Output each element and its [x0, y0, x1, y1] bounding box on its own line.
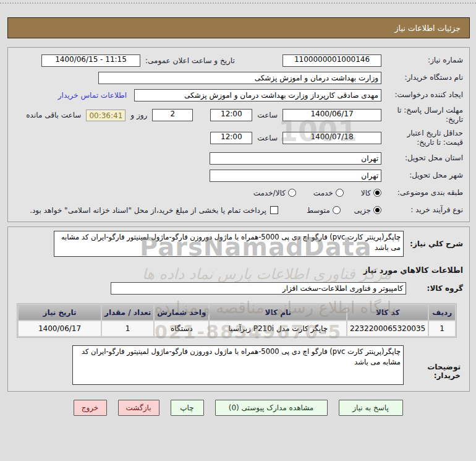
goods-table: ردیف کد کالا نام کالا واحد شمارش تعداد /…	[17, 303, 457, 338]
row-process-type: نوع فرآیند خرید : جزیی متوسط پرداخت تمام…	[14, 204, 463, 217]
deadline-days-label: روز و	[130, 111, 147, 119]
goods-table-row: 1 2232200065320035 چاپگر کارت مدل P210i …	[19, 321, 455, 336]
validity-time-input[interactable]: 12:00	[210, 132, 252, 144]
city-input[interactable]: تهران	[210, 170, 381, 182]
col-header-date: تاریخ نیاز	[19, 305, 101, 320]
radio-minor[interactable]: جزیی	[354, 206, 381, 215]
exit-button[interactable]: خروج	[74, 400, 107, 416]
radio-goods-service[interactable]: کالا/خدمت	[253, 189, 296, 197]
need-number-input[interactable]: 1100000001000146	[283, 54, 381, 67]
treasury-label: پرداخت تمام یا بخشی از مبلغ خرید،از محل …	[30, 206, 266, 215]
validity-hour-label: ساعت	[257, 134, 278, 142]
row-creator: ایجاد کننده درخواست: مهدی صادقی کارپرداز…	[14, 88, 463, 101]
radio-goods-service-icon[interactable]	[288, 189, 296, 197]
row-goods-group: گروه کالا: کامپیوتر و فناوری اطلاعات-سخت…	[12, 282, 465, 295]
radio-service-icon[interactable]	[336, 189, 344, 197]
row-description: شرح کلي نیاز: چاپگر(پرینتر کارت pvc) فار…	[12, 231, 465, 257]
buyer-org-input[interactable]: وزارت بهداشت درمان و اموزش پزشکی	[98, 72, 381, 84]
deadline-label: مهلت ارسال پاسخ: تا تاریخ:	[381, 106, 463, 124]
print-button[interactable]: چاپ	[171, 400, 204, 416]
row-city: شهر محل تحویل: تهران	[14, 169, 463, 182]
radio-medium-label: متوسط	[307, 206, 330, 215]
validity-date-input[interactable]: 1400/07/18	[283, 132, 381, 144]
process-type-label: نوع فرآیند خرید :	[381, 205, 463, 215]
countdown-label: ساعت باقی مانده	[26, 111, 81, 119]
goods-group-input[interactable]: کامپیوتر و فناوری اطلاعات-سخت افزار	[111, 282, 406, 295]
col-header-unit: واحد شمارش	[155, 305, 208, 320]
deadline-time-input[interactable]: 12:00	[210, 109, 252, 121]
radio-goods-label: کالا	[361, 189, 371, 197]
row-classification: طبقه بندی موضوعی: کالا خدمت کالا/خدمت	[14, 186, 463, 199]
description-box[interactable]: چاپگر(پرینتر کارت pvc) فارگو اچ دی پی 50…	[54, 231, 404, 257]
validity-label: حداقل تاریخ اعتبار قیمت: تا تاریخ:	[381, 129, 463, 147]
buyer-notes-box[interactable]: چاپگر(پرینتر کارت pvc) فارگو اچ دی پی 50…	[72, 345, 404, 385]
row-need-number: شماره نیاز: 1100000001000146 تاریخ و ساع…	[14, 54, 463, 67]
page-title: جزئیات اطلاعات نیاز	[7, 17, 470, 38]
description-label: شرح کلي نیاز:	[404, 239, 465, 248]
deadline-hour-label: ساعت	[257, 111, 278, 119]
back-button[interactable]: بازگشت	[118, 400, 159, 416]
radio-medium-icon[interactable]	[333, 206, 341, 214]
buyer-contact-link[interactable]: اطلاعات تماس خریدار	[58, 91, 127, 100]
row-buyer-notes: توضیحات خریدار: چاپگر(پرینتر کارت pvc) ف…	[12, 345, 465, 385]
city-label: شهر محل تحویل:	[381, 171, 463, 180]
radio-medium[interactable]: متوسط	[307, 206, 341, 215]
classification-label: طبقه بندی موضوعی:	[381, 188, 463, 197]
countdown-timer: 00:36:41	[86, 110, 125, 121]
radio-service[interactable]: خدمت	[313, 189, 344, 197]
goods-heading: اطلاعات کالاهاي مورد نیاز	[12, 265, 463, 275]
col-header-qty: تعداد / مقدار	[102, 305, 153, 320]
province-input[interactable]: تهران	[210, 152, 381, 165]
action-buttons: پاسخ به نیاز مشاهده مدارک پیوستی (0) چاپ…	[0, 400, 476, 416]
radio-goods[interactable]: کالا	[361, 189, 381, 197]
need-info-panel: شماره نیاز: 1100000001000146 تاریخ و ساع…	[7, 47, 470, 222]
row-validity: حداقل تاریخ اعتبار قیمت: تا تاریخ: 1400/…	[14, 129, 463, 147]
treasury-option[interactable]: پرداخت تمام یا بخشی از مبلغ خرید،از محل …	[30, 206, 278, 215]
buyer-org-label: نام دستگاه خریدار:	[381, 73, 463, 82]
radio-minor-icon[interactable]	[373, 206, 381, 214]
page: جزئیات اطلاعات نیاز شماره نیاز: 11000000…	[0, 2, 476, 461]
announce-input[interactable]: 1400/06/15 - 11:15	[41, 54, 140, 67]
creator-label: ایجاد کننده درخواست:	[381, 90, 463, 100]
goods-panel: شرح کلي نیاز: چاپگر(پرینتر کارت pvc) فار…	[7, 226, 470, 392]
page-top-divider	[0, 2, 476, 4]
deadline-date-input[interactable]: 1400/06/17	[283, 109, 381, 121]
radio-service-label: خدمت	[313, 189, 333, 197]
announce-label: تاریخ و ساعت اعلان عمومی:	[145, 56, 235, 65]
goods-group-label: گروه کالا:	[406, 284, 465, 293]
radio-goods-service-label: کالا/خدمت	[253, 189, 286, 197]
view-docs-button[interactable]: مشاهده مدارک پیوستی (0)	[215, 400, 328, 416]
col-header-name: نام کالا	[210, 305, 346, 320]
province-label: استان محل تحویل:	[381, 153, 463, 163]
cell-row-no: 1	[429, 321, 455, 336]
row-deadline: مهلت ارسال پاسخ: تا تاریخ: 1400/06/17 سا…	[14, 106, 463, 124]
deadline-days-input[interactable]: 2	[152, 109, 193, 121]
creator-input[interactable]: مهدی صادقی کارپرداز وزارت بهداشت درمان و…	[134, 89, 381, 101]
row-province: استان محل تحویل: تهران	[14, 152, 463, 165]
need-number-label: شماره نیاز:	[381, 56, 463, 65]
buyer-notes-label: توضیحات خریدار:	[404, 363, 465, 380]
cell-unit: دستگاه	[155, 321, 208, 336]
respond-button[interactable]: پاسخ به نیاز	[339, 400, 403, 416]
cell-date: 1400/06/17	[19, 321, 101, 336]
row-buyer-org: نام دستگاه خریدار: وزارت بهداشت درمان و …	[14, 71, 463, 84]
radio-goods-icon[interactable]	[373, 189, 381, 197]
treasury-checkbox[interactable]	[270, 206, 278, 214]
col-header-code: کد کالا	[347, 305, 428, 320]
cell-qty: 1	[102, 321, 153, 336]
radio-minor-label: جزیی	[354, 206, 371, 215]
cell-code: 2232200065320035	[347, 321, 428, 336]
goods-table-header-row: ردیف کد کالا نام کالا واحد شمارش تعداد /…	[19, 305, 455, 320]
col-header-row-no: ردیف	[429, 305, 455, 320]
cell-name: چاپگر کارت مدل P210i زبرآسیا	[210, 321, 346, 336]
